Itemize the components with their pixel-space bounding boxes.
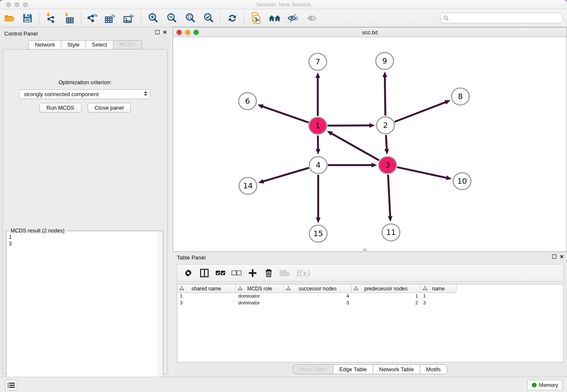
criterion-select[interactable]: strongly connected component bbox=[19, 89, 150, 99]
column-header-successor-nodes[interactable]: successor nodes bbox=[284, 284, 352, 293]
table-cell[interactable]: 3 bbox=[421, 300, 457, 306]
edge-3-10[interactable] bbox=[397, 167, 447, 178]
canvas-scrollbar-thumb[interactable] bbox=[363, 248, 367, 251]
list-icon bbox=[8, 382, 15, 388]
svg-text:2: 2 bbox=[383, 121, 388, 130]
close-panel-button[interactable]: Close panel bbox=[88, 103, 131, 113]
graph-node-15[interactable]: 15 bbox=[309, 225, 327, 242]
show-all-icon[interactable] bbox=[306, 12, 318, 24]
table-toolbar: f(x) bbox=[177, 264, 564, 282]
graph-node-10[interactable]: 10 bbox=[453, 173, 471, 190]
run-mcds-button[interactable]: Run MCDS bbox=[39, 103, 82, 113]
clone-network-icon[interactable] bbox=[250, 12, 262, 24]
column-header-predecessor-nodes[interactable]: predecessor nodes bbox=[352, 284, 421, 293]
result-scrollbar[interactable] bbox=[158, 232, 162, 392]
table-cell[interactable]: 4 bbox=[284, 293, 352, 300]
export-image-icon[interactable] bbox=[122, 12, 135, 24]
graph-node-9[interactable]: 9 bbox=[376, 52, 394, 69]
search-box[interactable] bbox=[440, 13, 563, 23]
graph-node-3[interactable]: 3 bbox=[379, 157, 396, 174]
export-network-icon[interactable] bbox=[85, 12, 98, 24]
graph-node-6[interactable]: 6 bbox=[239, 93, 256, 110]
export-table-icon[interactable] bbox=[104, 12, 116, 24]
float-panel-icon[interactable] bbox=[155, 30, 160, 34]
edge-1-6[interactable] bbox=[262, 106, 308, 123]
import-network-icon[interactable] bbox=[44, 12, 57, 24]
tab-mcds[interactable]: MCDS bbox=[113, 40, 142, 50]
table-cell[interactable]: 2 bbox=[352, 300, 421, 306]
search-input[interactable] bbox=[449, 15, 562, 21]
mcds-result-title: MCDS result (2 nodes) bbox=[9, 228, 66, 234]
function-builder-icon[interactable]: f(x) bbox=[296, 268, 310, 278]
zoom-in-icon[interactable] bbox=[147, 12, 160, 24]
tab-network-table[interactable]: Network Table bbox=[373, 364, 420, 374]
table-cell[interactable]: dominator bbox=[236, 300, 284, 306]
graph-node-7[interactable]: 7 bbox=[309, 53, 327, 70]
zoom-selected-icon[interactable] bbox=[202, 12, 215, 24]
table-cell[interactable]: dominator bbox=[236, 293, 284, 300]
graph-node-4[interactable]: 4 bbox=[309, 157, 327, 174]
edge-2-8[interactable] bbox=[394, 102, 446, 122]
graph-node-1[interactable]: 1 bbox=[309, 117, 327, 134]
first-neighbors-icon[interactable] bbox=[268, 12, 281, 24]
node-table: shared nameMCDS rolesuccessor nodesprede… bbox=[177, 284, 564, 362]
arrowhead-icon bbox=[258, 104, 264, 108]
open-folder-icon[interactable] bbox=[3, 12, 16, 24]
table-row[interactable]: 3dominator323 bbox=[177, 300, 563, 306]
table-cell[interactable]: 3 bbox=[177, 300, 236, 306]
select-stepper-icon bbox=[144, 91, 147, 96]
tab-edge-table[interactable]: Edge Table bbox=[333, 364, 373, 374]
column-header-shared-name[interactable]: shared name bbox=[177, 284, 236, 293]
add-column-icon[interactable] bbox=[248, 268, 258, 278]
network-canvas[interactable]: 7968124314101511 bbox=[173, 38, 567, 251]
table-cell[interactable]: 1 bbox=[421, 293, 457, 300]
tab-select[interactable]: Select bbox=[85, 40, 113, 50]
table-panel-title: Table Panel bbox=[177, 254, 206, 261]
graph-node-14[interactable]: 14 bbox=[239, 177, 257, 194]
close-panel-icon[interactable]: × bbox=[163, 30, 167, 34]
delete-column-icon[interactable] bbox=[280, 268, 290, 278]
column-browser-icon[interactable] bbox=[199, 268, 209, 278]
table-row[interactable]: 1dominator411 bbox=[177, 293, 563, 300]
tab-motifs[interactable]: Motifs bbox=[420, 364, 447, 374]
close-panel-icon[interactable]: × bbox=[560, 254, 564, 259]
delete-icon[interactable] bbox=[264, 268, 274, 278]
deselect-all-icon[interactable] bbox=[231, 268, 242, 278]
toolbar-separator bbox=[220, 12, 220, 25]
graph-node-2[interactable]: 2 bbox=[377, 117, 394, 134]
application-window: Session: New Session bbox=[0, 0, 567, 392]
tab-network[interactable]: Network bbox=[28, 40, 61, 50]
edge-1-2[interactable] bbox=[328, 125, 370, 126]
hide-selected-icon[interactable] bbox=[286, 12, 299, 24]
column-header-name[interactable]: name bbox=[421, 284, 457, 293]
memory-status-icon bbox=[532, 383, 537, 387]
mcds-result-list[interactable]: 1 3 bbox=[9, 234, 12, 247]
tab-node-table[interactable]: Node Table bbox=[293, 364, 333, 374]
control-panel-title: Control Panel bbox=[4, 30, 38, 37]
table-cell[interactable]: 3 bbox=[284, 300, 352, 306]
edge-3-11[interactable] bbox=[388, 175, 390, 217]
refresh-layout-icon[interactable] bbox=[226, 12, 239, 24]
edge-2-9[interactable] bbox=[385, 76, 385, 116]
toolbar-separator bbox=[81, 12, 81, 25]
table-cell[interactable]: 1 bbox=[352, 293, 421, 300]
column-header-MCDS-role[interactable]: MCDS role bbox=[236, 284, 284, 293]
import-table-icon[interactable] bbox=[63, 12, 76, 24]
graph-node-11[interactable]: 11 bbox=[382, 224, 400, 241]
edge-4-14[interactable] bbox=[263, 168, 309, 182]
tab-style[interactable]: Style bbox=[61, 40, 86, 50]
float-panel-icon[interactable] bbox=[552, 254, 556, 259]
edge-2-3[interactable] bbox=[386, 135, 387, 150]
edge-3-1[interactable] bbox=[331, 133, 379, 160]
svg-text:9: 9 bbox=[382, 56, 387, 65]
zoom-out-icon[interactable] bbox=[165, 12, 178, 24]
task-history-button[interactable] bbox=[5, 380, 17, 390]
select-all-icon[interactable] bbox=[215, 268, 226, 278]
table-cell[interactable]: 1 bbox=[177, 293, 236, 300]
gear-icon[interactable] bbox=[183, 268, 193, 278]
memory-button[interactable]: Memory bbox=[527, 380, 563, 390]
zoom-fit-icon[interactable] bbox=[184, 12, 197, 24]
save-icon[interactable] bbox=[21, 12, 34, 24]
control-panel-tabs: NetworkStyleSelectMCDS bbox=[0, 40, 170, 50]
graph-node-8[interactable]: 8 bbox=[451, 88, 469, 105]
